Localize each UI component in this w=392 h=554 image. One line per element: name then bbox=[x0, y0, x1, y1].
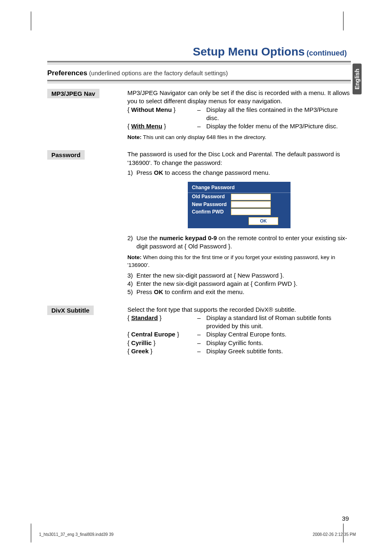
note-text: When doing this for the first time or if… bbox=[127, 254, 335, 268]
brace: } bbox=[172, 106, 175, 113]
dialog-row-label: Old Password bbox=[192, 193, 231, 200]
divx-intro: Select the font type that supports the r… bbox=[127, 306, 351, 314]
row-label-mp3: MP3/JPEG Nav bbox=[47, 89, 99, 98]
option-key: Central Europe bbox=[131, 331, 175, 338]
brace: { bbox=[127, 314, 131, 321]
divider bbox=[47, 61, 351, 64]
dash: – bbox=[197, 330, 206, 338]
dialog-row-label: Confirm PWD bbox=[192, 209, 231, 215]
step-text: Use the bbox=[136, 234, 159, 241]
brace: { bbox=[127, 123, 131, 130]
brace: } bbox=[158, 314, 161, 321]
brace: { bbox=[127, 106, 131, 113]
dialog-ok-button[interactable]: OK bbox=[249, 217, 278, 225]
section-subheading: (underlined options are the factory defa… bbox=[89, 70, 228, 76]
dash: – bbox=[197, 314, 206, 331]
step-num: 2) bbox=[127, 234, 136, 251]
dialog-input-box[interactable] bbox=[231, 194, 271, 200]
step-num: 4) bbox=[127, 280, 136, 288]
brace: } bbox=[162, 123, 166, 130]
brace: { bbox=[127, 331, 131, 338]
password-intro: The password is used for the Disc Lock a… bbox=[127, 150, 351, 167]
brace: } bbox=[149, 348, 152, 355]
option-desc: Display all the files contained in the M… bbox=[206, 106, 351, 123]
dialog-input-box[interactable] bbox=[231, 209, 271, 215]
step-bold: numeric keypad 0-9 bbox=[159, 234, 217, 241]
step-text: Enter the new six-digit password at { Ne… bbox=[136, 271, 284, 280]
option-key: Cyrillic bbox=[131, 339, 152, 346]
change-password-dialog: Change Password Old Password New Passwor… bbox=[188, 182, 291, 228]
step-text: to confirm and exit the menu. bbox=[163, 288, 244, 295]
note-label: Note: bbox=[127, 254, 142, 260]
divider bbox=[47, 80, 351, 83]
option-key: With Menu bbox=[131, 123, 162, 130]
brace: } bbox=[152, 339, 155, 346]
row-label-password: Password bbox=[47, 150, 85, 160]
step-text: Press bbox=[136, 288, 154, 295]
dash: – bbox=[197, 106, 206, 123]
option-desc: Display Central Europe fonts. bbox=[206, 330, 351, 338]
brace: } bbox=[175, 331, 179, 338]
dash: – bbox=[197, 122, 206, 130]
footer-right: 2008-02-26 2:12:35 PM bbox=[313, 532, 356, 537]
brace: { bbox=[127, 339, 131, 346]
option-key: Greek bbox=[131, 348, 149, 355]
page-title: Setup Menu Options bbox=[193, 45, 304, 58]
option-desc: Display Cyrillic fonts. bbox=[206, 339, 351, 347]
step-bold: OK bbox=[154, 288, 164, 295]
row-label-divx: DivX Subtitle bbox=[47, 306, 94, 315]
mp3-intro: MP3/JPEG Navigator can only be set if th… bbox=[127, 89, 351, 106]
option-key: Standard bbox=[131, 314, 158, 321]
page-number: 39 bbox=[342, 515, 349, 522]
dialog-title: Change Password bbox=[188, 183, 291, 193]
step-bold: OK bbox=[154, 169, 164, 176]
footer-left: 1_hts3011_37_eng 3_final809.indd39 39 bbox=[39, 532, 113, 537]
step-text: Enter the new six-digit password again a… bbox=[136, 280, 297, 288]
option-desc: Display Greek subtitle fonts. bbox=[206, 347, 351, 355]
dialog-input-box[interactable] bbox=[231, 201, 271, 208]
step-text: Press bbox=[136, 169, 154, 176]
option-desc: Display the folder menu of the MP3/Pictu… bbox=[206, 122, 351, 130]
option-desc: Display a standard list of Roman subtitl… bbox=[206, 314, 351, 331]
dialog-row-label: New Password bbox=[192, 201, 231, 208]
section-heading: Preferences bbox=[47, 69, 87, 77]
brace: { bbox=[127, 348, 131, 355]
step-num: 1) bbox=[127, 169, 136, 177]
page-title-continued: (continued) bbox=[307, 49, 347, 57]
step-text: to access the change password menu. bbox=[163, 169, 270, 176]
dash: – bbox=[197, 339, 206, 347]
note-label: Note: bbox=[127, 134, 142, 140]
dash: – bbox=[197, 347, 206, 355]
option-key: Without Menu bbox=[131, 106, 172, 113]
step-num: 5) bbox=[127, 288, 136, 296]
step-num: 3) bbox=[127, 271, 136, 280]
note-text: This unit can only display 648 files in … bbox=[143, 134, 266, 140]
